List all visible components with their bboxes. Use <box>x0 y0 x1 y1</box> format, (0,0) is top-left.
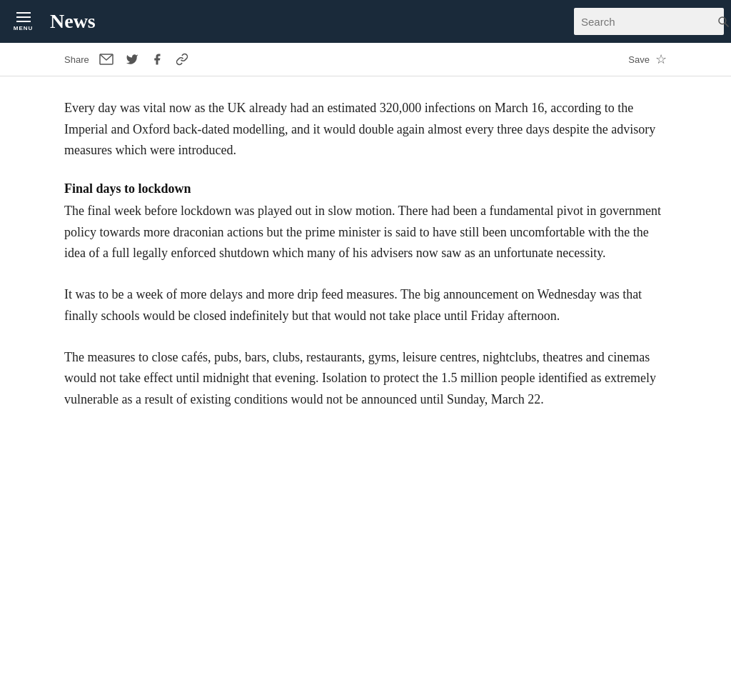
svg-line-1 <box>725 24 729 27</box>
svg-point-0 <box>719 17 726 24</box>
twitter-share-icon[interactable] <box>125 53 139 66</box>
email-share-icon[interactable] <box>99 54 114 65</box>
article-subheading: Final days to lockdown <box>64 181 667 196</box>
article-body: Every day was vital now as the UK alread… <box>0 76 731 459</box>
save-label: Save <box>628 54 650 65</box>
search-box[interactable] <box>574 8 724 35</box>
article-paragraph: The final week before lockdown was playe… <box>64 201 667 264</box>
link-svg <box>175 53 189 66</box>
search-icon[interactable] <box>717 15 730 28</box>
search-svg <box>717 15 730 28</box>
twitter-svg <box>125 53 139 66</box>
save-area[interactable]: Save ☆ <box>628 51 667 67</box>
site-header: MENU News <box>0 0 731 43</box>
share-label: Share <box>64 54 89 65</box>
article-paragraph: It was to be a week of more delays and m… <box>64 284 667 326</box>
article-paragraph: Every day was vital now as the UK alread… <box>64 98 667 161</box>
facebook-svg <box>151 53 163 66</box>
email-svg <box>99 54 114 65</box>
facebook-share-icon[interactable] <box>151 53 163 66</box>
menu-label: MENU <box>14 25 34 31</box>
save-star-icon[interactable]: ☆ <box>655 51 667 67</box>
article-paragraph: The measures to close cafés, pubs, bars,… <box>64 347 667 411</box>
menu-button[interactable]: MENU <box>0 0 46 43</box>
share-bar: Share Save ☆ <box>0 43 731 76</box>
hamburger-icon <box>16 12 31 22</box>
search-input[interactable] <box>581 16 717 28</box>
site-title: News <box>46 10 574 33</box>
link-share-icon[interactable] <box>175 53 189 66</box>
share-icons-group <box>99 53 189 66</box>
